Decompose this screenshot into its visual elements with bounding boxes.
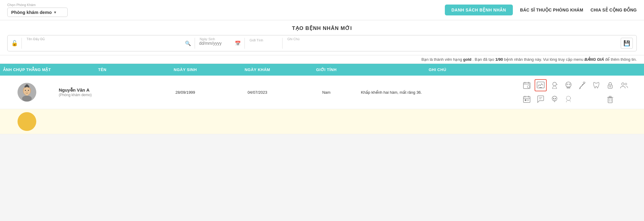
action-grid	[520, 79, 641, 106]
note-input[interactable]	[286, 40, 617, 47]
bac-si-link[interactable]: BÁC SĨ THUỘC PHÒNG KHÁM	[520, 8, 583, 12]
partial-note	[358, 109, 517, 134]
svg-rect-16	[539, 87, 542, 88]
svg-point-7	[27, 91, 28, 92]
svg-point-6	[28, 90, 29, 91]
patient-name-cell: Nguyễn Văn A (Phòng khám demo)	[54, 76, 150, 109]
patient-table-container: ẢNH CHỤP THẲNG MẶT TÊN NGÀY SINH NGÀY KH…	[0, 64, 644, 134]
svg-point-3	[25, 84, 28, 87]
svg-rect-42	[608, 98, 612, 103]
xray-chart-icon[interactable]	[535, 79, 547, 91]
trash-icon[interactable]	[604, 93, 616, 105]
note-label: Ghi Chú	[287, 37, 300, 41]
col-actions	[517, 64, 644, 76]
info-text-post: bệnh nhân tháng này. Vui lòng truy cập m…	[504, 57, 583, 62]
clinic-name: Phòng khám demo	[11, 10, 52, 15]
name-field: Tên Đầy Đủ 🔍	[25, 40, 191, 47]
divider4	[282, 38, 283, 49]
svg-point-20	[567, 84, 568, 85]
skull-icon[interactable]	[562, 79, 574, 91]
table-row-partial	[0, 109, 644, 134]
membership-badge: gold	[463, 57, 471, 62]
svg-point-5	[25, 90, 26, 91]
avatar-svg	[18, 83, 36, 102]
dental-tool-icon[interactable]	[576, 79, 588, 91]
patient-actions	[517, 76, 644, 109]
svg-point-17	[553, 82, 556, 86]
clinic-label: Chọn Phòng Khám	[7, 3, 68, 7]
tooth-icon[interactable]	[590, 79, 602, 91]
patient-table: ẢNH CHỤP THẲNG MẶT TÊN NGÀY SINH NGÀY KH…	[0, 64, 644, 134]
chia-se-link[interactable]: CHIA SẺ CỘNG ĐỒNG	[591, 8, 637, 12]
patient-clinic: (Phòng khám demo)	[59, 93, 147, 97]
search-icon[interactable]: 🔍	[185, 41, 191, 46]
svg-point-26	[610, 86, 611, 87]
svg-point-27	[622, 83, 624, 85]
divider	[21, 38, 22, 49]
patient-name: Nguyễn Văn A	[59, 87, 147, 93]
svg-point-14	[527, 86, 530, 88]
face-profile2-icon[interactable]	[562, 93, 574, 105]
col-photo: ẢNH CHỤP THẲNG MẶT	[0, 64, 54, 76]
info-text-pre: Bạn là thành viên hạng	[421, 57, 462, 62]
chat-icon[interactable]	[535, 93, 547, 105]
svg-rect-29	[523, 96, 530, 102]
partial-gender	[295, 109, 358, 134]
group-icon[interactable]	[618, 79, 630, 91]
partial-avatar-img	[18, 112, 36, 131]
calendar-tooth-icon[interactable]	[521, 79, 533, 91]
lock-icon[interactable]	[604, 79, 616, 91]
svg-point-39	[555, 98, 556, 99]
menu-ref: BẢNG GIÁ	[584, 57, 604, 62]
patient-dob: 28/09/1999	[150, 76, 220, 109]
empty-icon-2	[590, 93, 602, 105]
patient-count: 1/90	[495, 57, 503, 62]
gender-label: Giới Tính	[249, 38, 264, 42]
create-form-row: 🔓 Tên Đầy Đủ 🔍 Ngày Sinh 📅 Giới Tính	[7, 35, 637, 51]
save-button[interactable]: 💾	[621, 38, 633, 49]
partial-actions	[517, 109, 644, 134]
chevron-down-icon: ▾	[54, 10, 56, 15]
create-title: TẠO BỆNH NHÂN MỚI	[7, 25, 637, 31]
svg-point-41	[566, 96, 571, 100]
dob-label: Ngày Sinh	[199, 37, 216, 41]
note-field: Ghi Chú	[286, 40, 617, 47]
svg-line-22	[580, 83, 585, 88]
col-gender: GIỚI TÍNH	[295, 64, 358, 76]
name-input[interactable]	[25, 40, 184, 47]
face-profile-icon[interactable]	[549, 79, 561, 91]
svg-rect-25	[608, 85, 612, 88]
header: Chọn Phòng Khám Phòng khám demo ▾ DANH S…	[0, 0, 644, 20]
calendar-icon[interactable]: 📅	[235, 41, 241, 46]
svg-point-21	[569, 84, 570, 85]
empty-icon-3	[618, 93, 630, 105]
face-female-icon[interactable]	[549, 93, 561, 105]
calendar2-icon[interactable]	[521, 93, 533, 105]
patient-gender: Nam	[295, 76, 358, 109]
col-name: TÊN	[54, 64, 150, 76]
partial-name	[54, 109, 150, 134]
clinic-selector: Chọn Phòng Khám Phòng khám demo ▾	[7, 3, 68, 17]
svg-point-9	[22, 96, 32, 102]
info-text-end: để thêm thông tin.	[605, 57, 637, 62]
svg-rect-23	[583, 82, 585, 83]
name-label: Tên Đầy Đủ	[26, 37, 45, 41]
svg-rect-33	[525, 99, 526, 101]
col-dob: NGÀY SINH	[150, 64, 220, 76]
clinic-dropdown[interactable]: Phòng khám demo ▾	[7, 8, 68, 17]
svg-rect-34	[527, 99, 529, 101]
danh-sach-benh-nhan-button[interactable]: DANH SÁCH BỆNH NHÂN	[445, 5, 513, 15]
avatar	[18, 83, 36, 102]
svg-point-38	[553, 98, 554, 99]
table-row: Nguyễn Văn A (Phòng khám demo) 28/09/199…	[0, 76, 644, 109]
dob-field: Ngày Sinh 📅	[199, 40, 241, 47]
patient-exam-date: 04/07/2023	[220, 76, 295, 109]
patient-note: Khấp khểnh hai hàm, mất răng 36.	[358, 76, 517, 109]
divider3	[244, 38, 245, 49]
nav-links: DANH SÁCH BỆNH NHÂN BÁC SĨ THUỘC PHÒNG K…	[445, 5, 637, 15]
lock-icon: 🔓	[11, 40, 18, 47]
partial-dob	[150, 109, 220, 134]
info-text-mid: . Bạn đã tạo	[473, 57, 494, 62]
partial-avatar	[0, 109, 54, 134]
col-exam: NGÀY KHÁM	[220, 64, 295, 76]
